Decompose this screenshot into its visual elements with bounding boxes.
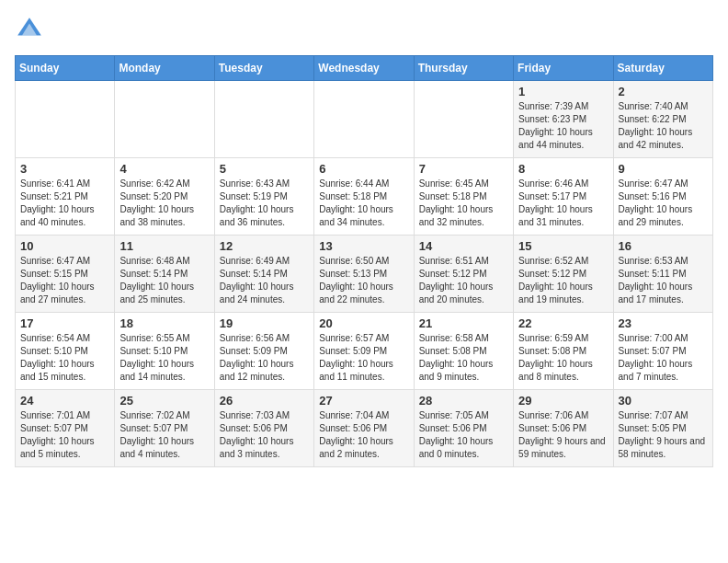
calendar-cell: 17Sunrise: 6:54 AM Sunset: 5:10 PM Dayli… [16, 313, 115, 390]
calendar-cell: 5Sunrise: 6:43 AM Sunset: 5:19 PM Daylig… [214, 158, 313, 236]
week-row-4: 17Sunrise: 6:54 AM Sunset: 5:10 PM Dayli… [16, 313, 713, 390]
week-row-5: 24Sunrise: 7:01 AM Sunset: 5:07 PM Dayli… [16, 390, 713, 467]
calendar-cell: 20Sunrise: 6:57 AM Sunset: 5:09 PM Dayli… [314, 313, 414, 390]
day-info: Sunrise: 7:05 AM Sunset: 5:06 PM Dayligh… [419, 409, 508, 461]
day-info: Sunrise: 6:55 AM Sunset: 5:10 PM Dayligh… [119, 332, 209, 384]
day-number: 22 [518, 316, 608, 330]
day-info: Sunrise: 6:41 AM Sunset: 5:21 PM Dayligh… [20, 178, 109, 229]
day-info: Sunrise: 6:53 AM Sunset: 5:11 PM Dayligh… [619, 255, 708, 306]
day-info: Sunrise: 7:39 AM Sunset: 6:23 PM Dayligh… [518, 100, 608, 152]
day-number: 14 [419, 239, 508, 253]
day-number: 9 [619, 162, 708, 176]
calendar-cell: 27Sunrise: 7:04 AM Sunset: 5:06 PM Dayli… [314, 390, 414, 467]
day-number: 6 [319, 162, 408, 176]
weekday-header-row: SundayMondayTuesdayWednesdayThursdayFrid… [16, 56, 713, 81]
calendar-cell: 12Sunrise: 6:49 AM Sunset: 5:14 PM Dayli… [214, 236, 313, 313]
day-info: Sunrise: 6:47 AM Sunset: 5:16 PM Dayligh… [619, 178, 708, 229]
calendar-cell: 9Sunrise: 6:47 AM Sunset: 5:16 PM Daylig… [613, 158, 712, 236]
calendar-cell: 18Sunrise: 6:55 AM Sunset: 5:10 PM Dayli… [115, 313, 214, 390]
weekday-header-thursday: Thursday [414, 56, 513, 81]
day-number: 23 [619, 316, 708, 330]
calendar-cell [16, 81, 115, 158]
calendar-cell: 30Sunrise: 7:07 AM Sunset: 5:05 PM Dayli… [613, 390, 712, 467]
day-number: 18 [119, 316, 209, 330]
calendar-cell: 4Sunrise: 6:42 AM Sunset: 5:20 PM Daylig… [115, 158, 214, 236]
calendar-cell [214, 81, 313, 158]
day-info: Sunrise: 6:54 AM Sunset: 5:10 PM Dayligh… [20, 332, 109, 384]
day-number: 21 [419, 316, 508, 330]
day-number: 2 [619, 85, 708, 98]
logo [15, 15, 48, 44]
day-info: Sunrise: 6:45 AM Sunset: 5:18 PM Dayligh… [419, 178, 508, 229]
day-info: Sunrise: 6:43 AM Sunset: 5:19 PM Dayligh… [220, 178, 309, 229]
calendar-cell: 7Sunrise: 6:45 AM Sunset: 5:18 PM Daylig… [414, 158, 513, 236]
calendar-cell: 3Sunrise: 6:41 AM Sunset: 5:21 PM Daylig… [16, 158, 115, 236]
day-number: 1 [518, 85, 608, 98]
calendar-cell: 10Sunrise: 6:47 AM Sunset: 5:15 PM Dayli… [16, 236, 115, 313]
weekday-header-tuesday: Tuesday [214, 56, 313, 81]
day-number: 25 [119, 394, 209, 408]
calendar-cell: 24Sunrise: 7:01 AM Sunset: 5:07 PM Dayli… [16, 390, 115, 467]
day-info: Sunrise: 7:02 AM Sunset: 5:07 PM Dayligh… [119, 409, 209, 461]
day-number: 12 [220, 239, 309, 253]
day-number: 10 [20, 239, 109, 253]
calendar-cell: 8Sunrise: 6:46 AM Sunset: 5:17 PM Daylig… [514, 158, 613, 236]
calendar-cell [414, 81, 513, 158]
day-info: Sunrise: 7:01 AM Sunset: 5:07 PM Dayligh… [20, 409, 109, 461]
day-info: Sunrise: 7:07 AM Sunset: 5:05 PM Dayligh… [619, 409, 708, 461]
week-row-1: 1Sunrise: 7:39 AM Sunset: 6:23 PM Daylig… [16, 81, 713, 158]
calendar-cell: 19Sunrise: 6:56 AM Sunset: 5:09 PM Dayli… [214, 313, 313, 390]
calendar-cell: 25Sunrise: 7:02 AM Sunset: 5:07 PM Dayli… [115, 390, 214, 467]
day-info: Sunrise: 6:48 AM Sunset: 5:14 PM Dayligh… [119, 255, 209, 306]
calendar-cell: 6Sunrise: 6:44 AM Sunset: 5:18 PM Daylig… [314, 158, 414, 236]
day-number: 16 [619, 239, 708, 253]
weekday-header-wednesday: Wednesday [314, 56, 414, 81]
calendar-cell: 15Sunrise: 6:52 AM Sunset: 5:12 PM Dayli… [514, 236, 613, 313]
day-number: 4 [119, 162, 209, 176]
weekday-header-friday: Friday [514, 56, 613, 81]
day-info: Sunrise: 7:06 AM Sunset: 5:06 PM Dayligh… [518, 409, 608, 461]
day-number: 28 [419, 394, 508, 408]
day-number: 20 [319, 316, 408, 330]
day-info: Sunrise: 6:46 AM Sunset: 5:17 PM Dayligh… [518, 178, 608, 229]
day-number: 8 [518, 162, 608, 176]
page-header [15, 15, 713, 44]
day-info: Sunrise: 6:51 AM Sunset: 5:12 PM Dayligh… [419, 255, 508, 306]
calendar-table: SundayMondayTuesdayWednesdayThursdayFrid… [15, 55, 713, 467]
week-row-3: 10Sunrise: 6:47 AM Sunset: 5:15 PM Dayli… [16, 236, 713, 313]
calendar-cell: 21Sunrise: 6:58 AM Sunset: 5:08 PM Dayli… [414, 313, 513, 390]
calendar-cell [115, 81, 214, 158]
day-number: 11 [119, 239, 209, 253]
weekday-header-sunday: Sunday [16, 56, 115, 81]
calendar-cell: 23Sunrise: 7:00 AM Sunset: 5:07 PM Dayli… [613, 313, 712, 390]
day-info: Sunrise: 6:56 AM Sunset: 5:09 PM Dayligh… [220, 332, 309, 384]
calendar-cell: 14Sunrise: 6:51 AM Sunset: 5:12 PM Dayli… [414, 236, 513, 313]
day-number: 5 [220, 162, 309, 176]
weekday-header-saturday: Saturday [613, 56, 712, 81]
calendar-cell: 26Sunrise: 7:03 AM Sunset: 5:06 PM Dayli… [214, 390, 313, 467]
day-number: 15 [518, 239, 608, 253]
calendar-cell: 16Sunrise: 6:53 AM Sunset: 5:11 PM Dayli… [613, 236, 712, 313]
calendar-cell: 1Sunrise: 7:39 AM Sunset: 6:23 PM Daylig… [514, 81, 613, 158]
day-info: Sunrise: 6:49 AM Sunset: 5:14 PM Dayligh… [220, 255, 309, 306]
day-number: 27 [319, 394, 408, 408]
day-number: 3 [20, 162, 109, 176]
day-info: Sunrise: 7:04 AM Sunset: 5:06 PM Dayligh… [319, 409, 408, 461]
day-info: Sunrise: 7:03 AM Sunset: 5:06 PM Dayligh… [220, 409, 309, 461]
logo-icon [15, 15, 44, 44]
day-number: 17 [20, 316, 109, 330]
day-number: 19 [220, 316, 309, 330]
calendar-cell: 22Sunrise: 6:59 AM Sunset: 5:08 PM Dayli… [514, 313, 613, 390]
day-number: 26 [220, 394, 309, 408]
calendar-cell: 28Sunrise: 7:05 AM Sunset: 5:06 PM Dayli… [414, 390, 513, 467]
day-number: 13 [319, 239, 408, 253]
week-row-2: 3Sunrise: 6:41 AM Sunset: 5:21 PM Daylig… [16, 158, 713, 236]
day-number: 30 [619, 394, 708, 408]
weekday-header-monday: Monday [115, 56, 214, 81]
day-number: 24 [20, 394, 109, 408]
day-info: Sunrise: 6:57 AM Sunset: 5:09 PM Dayligh… [319, 332, 408, 384]
day-info: Sunrise: 6:50 AM Sunset: 5:13 PM Dayligh… [319, 255, 408, 306]
day-info: Sunrise: 6:59 AM Sunset: 5:08 PM Dayligh… [518, 332, 608, 384]
calendar-cell: 11Sunrise: 6:48 AM Sunset: 5:14 PM Dayli… [115, 236, 214, 313]
calendar-cell [314, 81, 414, 158]
